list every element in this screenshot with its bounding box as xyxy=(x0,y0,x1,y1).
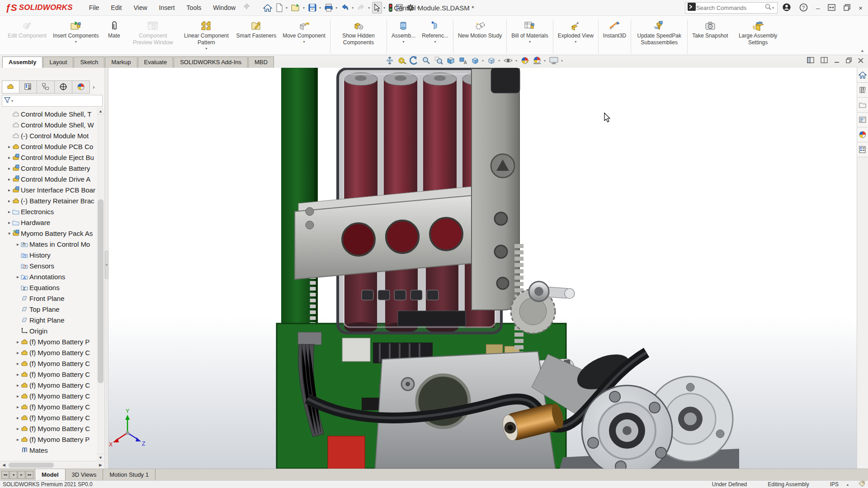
tree-item[interactable]: Origin xyxy=(0,325,104,336)
expand-icon[interactable]: ▸ xyxy=(15,426,21,431)
status-units[interactable]: IPS xyxy=(830,481,839,488)
view-settings-icon[interactable] xyxy=(549,56,559,65)
user-account-icon[interactable] xyxy=(782,3,791,13)
expand-icon[interactable]: ▸ xyxy=(15,394,21,399)
ribbon-update-speedpak-subassemblies-button[interactable]: ! Update SpeedPak Subassemblies xyxy=(632,19,686,51)
ribbon-exploded-view-button[interactable]: Exploded View ▾ xyxy=(555,19,597,44)
custom-properties-icon[interactable] xyxy=(857,142,868,157)
previous-view-icon[interactable] xyxy=(410,56,419,65)
annotation-views-icon[interactable]: A xyxy=(458,56,467,65)
select-arrow-icon[interactable] xyxy=(372,2,382,14)
filter-funnel-icon[interactable] xyxy=(4,96,11,105)
options-gear-icon-dropdown[interactable]: ▾ xyxy=(417,6,419,10)
expand-icon[interactable]: ▸ xyxy=(15,437,21,442)
bottom-tab-model[interactable]: Model xyxy=(35,469,66,480)
minimize-icon[interactable]: – xyxy=(816,5,820,11)
tree-item[interactable]: ▸ Control Module Eject Bu xyxy=(0,152,104,163)
search-dropdown-icon[interactable]: ▾ xyxy=(772,6,774,10)
tree-item[interactable]: (-) Control Module Mot xyxy=(0,130,104,141)
search-icon[interactable] xyxy=(764,3,772,12)
expand-icon[interactable]: ▸ xyxy=(6,155,12,160)
ribbon-large-assembly-settings-button[interactable]: Large Assembly Settings xyxy=(731,19,785,51)
units-dropdown-icon[interactable]: ▴ xyxy=(847,483,849,487)
tree-filter-row[interactable]: ▾ xyxy=(2,95,103,107)
taskpane-home-icon[interactable] xyxy=(857,68,868,83)
open-icon-dropdown[interactable]: ▾ xyxy=(303,6,305,10)
expand-icon[interactable]: ▸ xyxy=(15,350,21,355)
tree-item[interactable]: ▸ (f) Myomo Battery P xyxy=(0,434,104,445)
filter-input[interactable] xyxy=(13,98,101,104)
ribbon-mate-button[interactable]: Mate xyxy=(102,19,126,44)
pin-menu-icon[interactable] xyxy=(243,3,250,12)
tree-item[interactable]: ▸ Control Module Drive A xyxy=(0,174,104,184)
search-commands-box[interactable]: ▾ xyxy=(685,2,778,14)
expand-icon[interactable]: ▸ xyxy=(6,198,12,203)
design-library-icon[interactable] xyxy=(857,83,868,98)
tree-item[interactable]: ▸ Control Module Battery xyxy=(0,163,104,174)
new-document-icon[interactable] xyxy=(274,2,284,14)
span-displays-icon[interactable] xyxy=(828,4,835,12)
save-icon-dropdown[interactable]: ▾ xyxy=(319,6,321,10)
tab-evaluate[interactable]: Evaluate xyxy=(138,56,174,68)
next-tab-icon[interactable]: ▸ xyxy=(18,471,25,479)
appearances-icon[interactable] xyxy=(857,127,868,142)
undo-icon[interactable] xyxy=(340,2,350,13)
tree-item[interactable]: ▸ Control Module PCB Co xyxy=(0,141,104,152)
ribbon-insert-components-button[interactable]: Insert Components ▾ xyxy=(50,19,102,44)
tree-scroll-thumb[interactable] xyxy=(98,199,104,383)
tree-item[interactable]: ▸ User Interface PCB Boar xyxy=(0,184,104,195)
select-arrow-icon-dropdown[interactable]: ▾ xyxy=(383,6,385,10)
tree-item[interactable]: ▸ A Annotations xyxy=(0,271,104,282)
tree-item[interactable]: Sensors xyxy=(0,260,104,271)
expand-icon[interactable]: ▸ xyxy=(6,166,12,171)
menu-edit[interactable]: Edit xyxy=(105,2,127,13)
menu-file[interactable]: File xyxy=(84,2,105,13)
tree-item[interactable]: ▸ (f) Myomo Battery C xyxy=(0,412,104,423)
help-icon[interactable]: ? xyxy=(799,3,808,13)
expand-icon[interactable]: ▸ xyxy=(15,372,21,377)
open-icon[interactable] xyxy=(290,2,302,14)
ribbon-show-hidden-components-button[interactable]: Show Hidden Components xyxy=(332,19,385,51)
tree-item[interactable]: Top Plane xyxy=(0,304,104,314)
scroll-left-icon[interactable]: ◀ xyxy=(0,463,8,467)
panel-splitter[interactable] xyxy=(105,68,108,469)
tab-solidworks-add-ins[interactable]: SOLIDWORKS Add-Ins xyxy=(174,56,248,68)
menu-insert[interactable]: Insert xyxy=(154,2,180,13)
ribbon-smart-fasteners-button[interactable]: Smart Fasteners xyxy=(233,19,279,44)
expand-icon[interactable]: ▸ xyxy=(15,242,21,247)
ribbon-bill-of-materials-button[interactable]: Bill of Materials ▾ xyxy=(508,19,551,44)
view-orientation-icon-dropdown[interactable]: ▾ xyxy=(482,59,484,63)
ribbon-referenc-button[interactable]: Referenc... ▾ xyxy=(419,19,452,44)
new-document-icon-dropdown[interactable]: ▾ xyxy=(286,6,288,10)
tree-item[interactable]: Front Plane xyxy=(0,293,104,304)
expand-icon[interactable]: ▸ xyxy=(6,220,12,225)
expand-icon[interactable]: ▾ xyxy=(6,231,12,236)
panel-tab-displaymanager[interactable] xyxy=(72,80,90,94)
ribbon-instant3d-button[interactable]: Instant3D xyxy=(600,19,629,44)
expand-icon[interactable]: ▸ xyxy=(15,274,21,279)
expand-icon[interactable]: ▸ xyxy=(6,188,12,192)
tree-item[interactable]: Σ Equations xyxy=(0,282,104,293)
tree-item[interactable]: Right Plane xyxy=(0,314,104,325)
doc-close-icon[interactable] xyxy=(858,57,863,65)
tree-item[interactable]: ▸ (f) Myomo Battery C xyxy=(0,369,104,380)
redo-icon-dropdown[interactable]: ▾ xyxy=(368,6,370,10)
apply-scene-icon[interactable] xyxy=(533,56,542,65)
expand-icon[interactable]: ▸ xyxy=(15,404,21,409)
expand-icon[interactable]: ▸ xyxy=(6,209,12,214)
tree-item[interactable]: History xyxy=(0,249,104,260)
expand-icon[interactable]: ▸ xyxy=(15,339,21,344)
tree-item[interactable]: ▸ Hardware xyxy=(0,217,104,228)
tree-item[interactable]: ▸ Electronics xyxy=(0,206,104,217)
tree-item[interactable]: ▸ (-) Battery Retainer Brac xyxy=(0,195,104,206)
tab-layout[interactable]: Layout xyxy=(43,56,73,68)
expand-icon[interactable]: ▸ xyxy=(6,177,12,182)
tree-item[interactable]: Mates xyxy=(0,445,104,455)
tree-item[interactable]: Control Module Shell, T xyxy=(0,108,104,119)
tree-item[interactable]: ▸ (f) Myomo Battery C xyxy=(0,390,104,401)
tree-item[interactable]: ▸ (f) Myomo Battery P xyxy=(0,336,104,347)
tree-item[interactable]: ▸ (f) Myomo Battery C xyxy=(0,423,104,434)
bottom-tab-3d-views[interactable]: 3D Views xyxy=(66,469,104,480)
restore-icon[interactable] xyxy=(844,4,850,12)
tree-item[interactable]: ▸ Mates in Control Mo xyxy=(0,239,104,249)
